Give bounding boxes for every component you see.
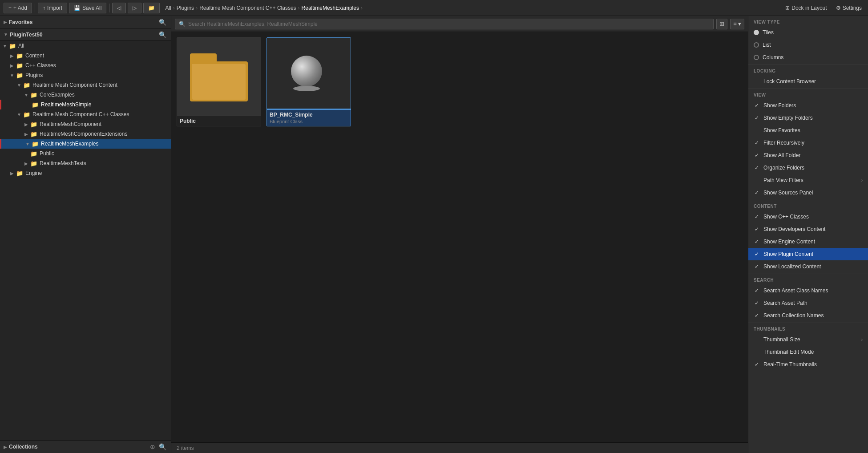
realtime-thumbnails[interactable]: Real-Time Thumbnails bbox=[748, 358, 868, 371]
collections-label: Collections bbox=[9, 444, 147, 450]
arrow-rmc: ▶ bbox=[23, 122, 29, 127]
asset-label-bp-rmc: BP_RMC_Simple Blueprint Class bbox=[267, 109, 351, 126]
label-all: All bbox=[18, 43, 24, 49]
thumbnail-edit-mode[interactable]: Thumbnail Edit Mode bbox=[748, 346, 868, 358]
tree-item-all[interactable]: ▼ 📁 All bbox=[0, 41, 171, 51]
favorites-search-button[interactable]: 🔍 bbox=[158, 18, 167, 27]
view-toggle-button[interactable]: ⊞ bbox=[716, 19, 727, 29]
collections-header[interactable]: ▶ Collections ⊕ 🔍 bbox=[0, 441, 171, 453]
label-thumbnail-edit-mode: Thumbnail Edit Mode bbox=[763, 349, 863, 355]
path-view-filters[interactable]: Path View Filters › bbox=[748, 174, 868, 186]
asset-tile-public[interactable]: Public bbox=[177, 37, 261, 126]
breadcrumb-realtime[interactable]: Realtime Mesh Component C++ Classes bbox=[199, 5, 296, 11]
tree-item-plugins[interactable]: ▼ 📁 Plugins bbox=[0, 70, 171, 80]
tree-item-engine[interactable]: ▶ 📁 Engine bbox=[0, 168, 171, 178]
view-type-list[interactable]: List bbox=[748, 39, 868, 51]
import-button[interactable]: ↑ Import bbox=[38, 3, 67, 13]
label-search-collection-names: Search Collection Names bbox=[763, 312, 863, 319]
tree-item-public[interactable]: 📁 Public bbox=[0, 149, 171, 158]
label-search-asset-path: Search Asset Path bbox=[763, 300, 863, 306]
asset-type-bp-rmc: Blueprint Class bbox=[270, 119, 348, 124]
lock-content-browser[interactable]: Lock Content Browser bbox=[748, 75, 868, 88]
nav-forward-button[interactable]: ▷ bbox=[128, 3, 141, 13]
content-area: 🔍 ⊞ ≡ ▾ bbox=[171, 16, 748, 453]
import-icon: ↑ bbox=[43, 5, 45, 11]
show-localized-content[interactable]: Show Localized Content bbox=[748, 260, 868, 273]
dock-in-layout-button[interactable]: ⊞ Dock in Layout bbox=[783, 4, 829, 12]
label-path-view-filters: Path View Filters bbox=[763, 177, 858, 183]
collections-add-button[interactable]: ⊕ bbox=[149, 442, 156, 451]
search-icon: 🔍 bbox=[179, 21, 186, 27]
save-all-button[interactable]: 💾 Save All bbox=[69, 3, 106, 13]
tree-item-core-examples[interactable]: ▼ 📁 CoreExamples bbox=[0, 90, 171, 100]
search-input[interactable] bbox=[188, 21, 710, 27]
search-asset-path[interactable]: Search Asset Path bbox=[748, 297, 868, 309]
nav-back-button[interactable]: ◁ bbox=[112, 3, 126, 13]
breadcrumb-examples[interactable]: RealtimeMeshExamples bbox=[302, 5, 359, 11]
show-cpp-classes[interactable]: Show C++ Classes bbox=[748, 210, 868, 223]
tree-item-content[interactable]: ▶ 📁 Content bbox=[0, 51, 171, 61]
tree-item-rmt[interactable]: ▶ 📁 RealtimeMeshTests bbox=[0, 158, 171, 168]
label-show-favorites: Show Favorites bbox=[763, 127, 863, 133]
favorites-label: Favorites bbox=[9, 19, 156, 25]
collections-search-button[interactable]: 🔍 bbox=[158, 442, 167, 451]
show-all-folder[interactable]: Show All Folder bbox=[748, 149, 868, 162]
view-icon: ⊞ bbox=[719, 20, 724, 27]
plugin-test-search-button[interactable]: 🔍 bbox=[158, 30, 167, 39]
folder-tab bbox=[190, 53, 217, 61]
tree-item-rmc-cpp[interactable]: ▼ 📁 Realtime Mesh Component C++ Classes bbox=[0, 109, 171, 119]
tree-area: ▼ 📁 All ▶ 📁 Content ▶ 📁 C++ Classes bbox=[0, 41, 171, 440]
breadcrumb-plugins[interactable]: Plugins bbox=[177, 5, 194, 11]
show-engine-content[interactable]: Show Engine Content bbox=[748, 235, 868, 248]
settings-button[interactable]: ⚙ Settings bbox=[833, 4, 864, 12]
favorites-header[interactable]: ▶ Favorites 🔍 bbox=[0, 16, 171, 28]
nav-up-button[interactable]: 📁 bbox=[143, 3, 160, 13]
breadcrumb-sep-2: › bbox=[196, 5, 198, 11]
check-developers bbox=[754, 226, 760, 232]
check-localized-content bbox=[754, 263, 760, 270]
add-label: + Add bbox=[13, 5, 27, 11]
asset-thumb-bp-rmc bbox=[267, 38, 351, 109]
label-rms: RealtimeMeshSimple bbox=[41, 101, 91, 108]
label-rmc-cpp: Realtime Mesh Component C++ Classes bbox=[32, 111, 129, 117]
search-collection-names[interactable]: Search Collection Names bbox=[748, 309, 868, 322]
organize-folders[interactable]: Organize Folders bbox=[748, 162, 868, 174]
show-folders[interactable]: Show Folders bbox=[748, 99, 868, 112]
label-core-examples: CoreExamples bbox=[40, 92, 75, 98]
check-engine-content bbox=[754, 239, 760, 245]
section-view-type: VIEW TYPE bbox=[748, 16, 868, 26]
arrow-engine: ▶ bbox=[9, 171, 15, 176]
thumbnail-size[interactable]: Thumbnail Size › bbox=[748, 333, 868, 346]
collections-area: ▶ Collections ⊕ 🔍 bbox=[0, 440, 171, 453]
content-grid: Public BP_RMC_Simple Blueprint Class bbox=[171, 32, 748, 442]
tree-item-rmc-ext[interactable]: ▶ 📁 RealtimeMeshComponentExtensions bbox=[0, 129, 171, 139]
show-favorites[interactable]: Show Favorites bbox=[748, 124, 868, 137]
view-type-tiles[interactable]: Tiles bbox=[748, 26, 868, 39]
view-type-columns[interactable]: Columns bbox=[748, 51, 868, 64]
status-text: 2 items bbox=[177, 445, 194, 451]
tree-item-rme[interactable]: ▼ 📁 RealtimeMeshExamples bbox=[0, 139, 171, 149]
breadcrumb-all[interactable]: All bbox=[165, 5, 171, 11]
label-public: Public bbox=[40, 150, 54, 157]
asset-tile-bp-rmc[interactable]: BP_RMC_Simple Blueprint Class bbox=[266, 37, 351, 126]
folder-icon-engine: 📁 bbox=[16, 170, 23, 177]
search-box[interactable]: 🔍 bbox=[175, 19, 714, 29]
show-sources-panel[interactable]: Show Sources Panel bbox=[748, 186, 868, 199]
search-asset-class-names[interactable]: Search Asset Class Names bbox=[748, 284, 868, 297]
show-plugin-content[interactable]: Show Plugin Content bbox=[748, 248, 868, 260]
folder-icon-public: 📁 bbox=[30, 150, 37, 157]
tree-item-rms[interactable]: 📁 RealtimeMeshSimple bbox=[0, 100, 171, 109]
filter-recursively[interactable]: Filter Recursively bbox=[748, 137, 868, 149]
plugin-test-header[interactable]: ▼ PluginTest50 🔍 bbox=[0, 28, 171, 41]
show-empty-folders[interactable]: Show Empty Folders bbox=[748, 112, 868, 124]
label-cpp: C++ Classes bbox=[25, 62, 56, 69]
label-rmt: RealtimeMeshTests bbox=[40, 160, 86, 166]
add-button[interactable]: + + Add bbox=[4, 3, 32, 13]
show-developers-content[interactable]: Show Developers Content bbox=[748, 223, 868, 235]
tree-item-rmc[interactable]: ▶ 📁 RealtimeMeshComponent bbox=[0, 119, 171, 129]
tree-item-cpp[interactable]: ▶ 📁 C++ Classes bbox=[0, 61, 171, 70]
filter-button[interactable]: ≡ ▾ bbox=[730, 19, 744, 29]
arrow-rme: ▼ bbox=[24, 142, 31, 146]
tree-item-rmc-content[interactable]: ▼ 📁 Realtime Mesh Component Content bbox=[0, 80, 171, 90]
label-show-engine-content: Show Engine Content bbox=[763, 239, 863, 245]
